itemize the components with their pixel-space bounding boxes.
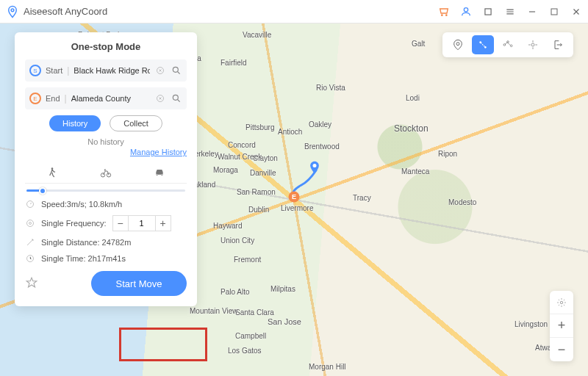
mode-toolstrip — [442, 32, 573, 57]
svg-point-24 — [531, 43, 534, 46]
distance-icon — [25, 237, 35, 247]
svg-point-11 — [51, 167, 53, 170]
map-label: Palo Alto — [220, 288, 249, 296]
map-label: Antioch — [278, 128, 302, 136]
svg-point-23 — [510, 45, 512, 47]
menu-icon[interactable] — [504, 6, 516, 18]
end-label: End — [46, 94, 60, 103]
app-logo-icon — [6, 5, 19, 18]
map-label: Concord — [228, 141, 256, 149]
end-location-row: E End | — [25, 87, 187, 109]
map-label: Los Gatos — [228, 347, 262, 355]
svg-rect-2 — [485, 8, 491, 14]
end-marker-icon[interactable]: E — [287, 189, 301, 204]
no-history-text: No history — [25, 137, 187, 146]
bike-mode-icon[interactable] — [79, 162, 132, 183]
end-input[interactable] — [71, 94, 150, 103]
map-label: Mountain View — [190, 307, 237, 315]
zoom-control: + − — [550, 291, 573, 361]
start-label: Start — [46, 66, 62, 75]
history-tab[interactable]: History — [49, 115, 101, 131]
one-stop-mode-icon[interactable] — [472, 35, 494, 54]
start-input[interactable] — [74, 66, 150, 75]
clear-end-icon[interactable] — [154, 93, 166, 104]
svg-point-0 — [11, 8, 14, 11]
svg-point-16 — [29, 223, 32, 225]
map-label: Livingston — [514, 320, 548, 328]
speed-info: Speed:3m/s; 10.8km/h — [25, 199, 187, 209]
svg-point-12 — [101, 173, 104, 177]
multi-stop-mode-icon[interactable] — [497, 35, 519, 54]
svg-point-4 — [313, 164, 317, 167]
search-end-icon[interactable] — [171, 93, 182, 104]
start-marker-icon[interactable] — [307, 160, 322, 175]
zoom-out-button[interactable]: − — [550, 338, 573, 361]
walk-mode-icon[interactable] — [25, 162, 79, 183]
svg-point-20 — [484, 46, 487, 48]
cart-icon[interactable] — [438, 6, 450, 18]
map-label: Milpitas — [270, 285, 295, 293]
titlebar: Aiseesoft AnyCoord — [0, 0, 588, 24]
favorite-icon[interactable] — [25, 276, 40, 291]
svg-text:E: E — [292, 193, 296, 200]
map-label: Dublin — [248, 206, 269, 214]
map-label: Santa Clara — [235, 308, 274, 317]
map-label: Ripon — [438, 150, 457, 158]
map-label: Oakley — [309, 120, 331, 129]
maximize-icon[interactable] — [548, 6, 560, 18]
map-label: Modesto — [448, 198, 476, 206]
manage-history-link[interactable]: Manage History — [25, 148, 187, 156]
map-label: Fairfield — [220, 59, 247, 67]
start-move-button[interactable]: Start Move — [91, 271, 187, 296]
map-label: Lodi — [406, 94, 420, 102]
map-settings-icon[interactable] — [550, 291, 573, 314]
map-label: Hayward — [213, 222, 242, 230]
map-label: Morgan Hill — [309, 363, 346, 371]
route-panel: One-stop Mode S Start | E End | History … — [15, 32, 197, 306]
search-start-icon[interactable] — [171, 65, 182, 76]
svg-point-15 — [27, 220, 34, 227]
zoom-in-button[interactable]: + — [550, 314, 573, 338]
freq-decrement[interactable]: − — [112, 215, 129, 231]
freq-increment[interactable]: + — [155, 215, 171, 231]
app-title: Aiseesoft AnyCoord — [24, 6, 438, 17]
map-label: Brentwood — [304, 142, 340, 151]
map-label: Danville — [250, 169, 276, 177]
map-label: San Ramon — [237, 188, 276, 196]
restore-icon[interactable] — [482, 6, 494, 18]
joystick-mode-icon[interactable] — [522, 35, 544, 54]
svg-point-10 — [173, 95, 178, 100]
clear-start-icon[interactable] — [154, 65, 166, 76]
car-mode-icon[interactable] — [133, 162, 187, 183]
minimize-icon[interactable] — [526, 6, 538, 18]
modify-location-icon[interactable] — [447, 35, 469, 54]
svg-point-1 — [464, 7, 467, 11]
map-label: Vacaville — [243, 31, 271, 39]
svg-point-8 — [173, 67, 178, 72]
collect-tab[interactable]: Collect — [110, 115, 162, 131]
svg-point-18 — [456, 43, 459, 46]
map-label: Manteca — [401, 167, 429, 176]
map-label: Tracy — [353, 194, 371, 202]
close-icon[interactable] — [570, 6, 582, 18]
map-label: Stockton — [394, 123, 429, 134]
frequency-icon — [25, 218, 35, 228]
panel-heading: One-stop Mode — [25, 41, 187, 52]
end-pin-icon: E — [29, 93, 41, 104]
map-label: Moraga — [213, 166, 238, 174]
start-location-row: S Start | — [25, 59, 187, 82]
exit-icon[interactable] — [547, 35, 569, 54]
freq-input[interactable] — [129, 215, 155, 231]
time-icon — [25, 253, 35, 264]
map-label: Fremont — [234, 256, 261, 264]
time-info: Single Time: 2h17m41s — [25, 253, 187, 264]
user-icon[interactable] — [460, 6, 472, 18]
map-label: Pittsburg — [245, 123, 274, 131]
map-label: Rio Vista — [316, 84, 345, 92]
start-pin-icon: S — [29, 65, 41, 76]
speed-icon — [25, 199, 35, 209]
svg-point-25 — [560, 301, 563, 304]
titlebar-actions — [438, 6, 582, 18]
map-label: Walnut Creek — [218, 153, 262, 161]
speed-slider[interactable] — [26, 189, 185, 192]
